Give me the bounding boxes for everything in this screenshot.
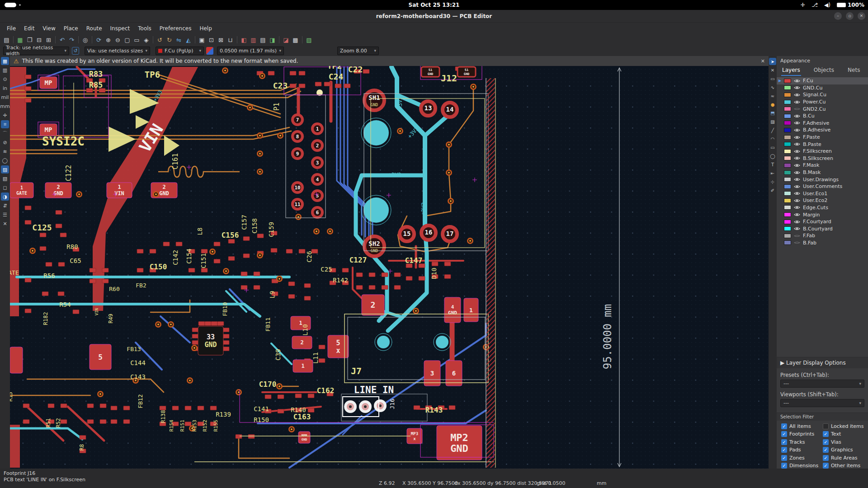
smd-pad[interactable] <box>271 249 277 253</box>
smd-pad[interactable] <box>214 242 220 246</box>
grid-size-dropdown[interactable]: 0.0500 mm (1.97 mils) ▾ <box>217 47 284 55</box>
filter-locked-items[interactable]: Locked items <box>823 423 868 429</box>
labeled-pad[interactable]: S1GND <box>458 67 476 77</box>
smd-pad[interactable] <box>25 278 31 282</box>
eye-visible-icon[interactable] <box>794 114 800 118</box>
eye-visible-icon[interactable] <box>794 79 800 83</box>
unlock-icon[interactable]: ⊔ <box>226 35 235 44</box>
smd-pad[interactable] <box>254 272 260 276</box>
smd-pad[interactable] <box>25 206 31 210</box>
draw-arc-icon[interactable]: ◠ <box>769 135 776 142</box>
smd-pad[interactable] <box>90 268 96 272</box>
silkscreen-text[interactable]: R182 <box>42 312 49 325</box>
silkscreen-text[interactable]: L8 <box>196 228 203 235</box>
smd-pad[interactable] <box>25 87 31 91</box>
smd-pad[interactable] <box>25 75 31 79</box>
smd-pad[interactable] <box>40 247 46 251</box>
silkscreen-text[interactable]: C154 <box>185 249 193 264</box>
layer-row-f-cu[interactable]: ▶ F.Cu <box>777 77 868 84</box>
active-layer-dropdown[interactable]: F.Cu (PgUp) ▾ <box>156 47 204 55</box>
smd-pad[interactable] <box>308 408 314 413</box>
draw-rectangle-icon[interactable]: ▭ <box>769 144 776 151</box>
layer-color-swatch[interactable] <box>784 198 791 203</box>
silkscreen-text[interactable]: R49 <box>108 314 114 324</box>
eye-hidden-icon[interactable] <box>794 107 800 111</box>
layer-row-f-silkscreen[interactable]: F.Silkscreen <box>777 148 868 155</box>
layer-color-swatch[interactable] <box>784 128 791 132</box>
layer-color-swatch[interactable] <box>784 135 791 140</box>
smd-pad[interactable] <box>335 84 341 88</box>
smd-pad[interactable] <box>288 282 295 286</box>
smd-pad[interactable] <box>223 347 229 351</box>
menu-preferences[interactable]: Preferences <box>156 24 195 33</box>
minimize-button[interactable]: – <box>834 12 842 20</box>
smd-pad[interactable] <box>432 262 438 266</box>
eye-visible-icon[interactable] <box>794 191 800 196</box>
checkbox-icon[interactable]: ✓ <box>823 455 829 461</box>
eye-visible-icon[interactable] <box>794 156 800 160</box>
silkscreen-text[interactable]: C144 <box>130 359 146 366</box>
smd-pad[interactable] <box>299 71 305 75</box>
filter-tracks[interactable]: ✓Tracks <box>781 439 823 445</box>
smd-pad[interactable] <box>56 224 62 228</box>
layer-display-options[interactable]: ▶ Layer Display Options <box>777 357 868 368</box>
silkscreen-text[interactable]: R138 <box>160 410 166 423</box>
mounting-hole[interactable] <box>363 197 389 223</box>
eye-visible-icon[interactable] <box>794 212 800 217</box>
checkbox-icon[interactable]: ✓ <box>823 463 829 469</box>
menu-file[interactable]: File <box>4 24 19 33</box>
silkscreen-text[interactable]: R83 <box>89 70 103 79</box>
silkscreen-text[interactable]: C143 <box>130 373 146 380</box>
menu-help[interactable]: Help <box>196 24 215 33</box>
smd-pad[interactable] <box>236 435 242 439</box>
smd-pad[interactable] <box>254 286 260 290</box>
filter-zones[interactable]: ✓Zones <box>781 455 823 461</box>
labeled-pad[interactable]: 1 <box>464 298 478 322</box>
silkscreen-text[interactable]: C162 <box>317 386 335 395</box>
plugins-icon[interactable]: ▧ <box>304 35 314 44</box>
drc-icon[interactable]: ◨ <box>268 35 277 44</box>
smd-pad[interactable] <box>73 310 79 314</box>
tab-objects[interactable]: Objects <box>813 66 835 76</box>
pad-display-icon[interactable]: ◻ <box>1 183 9 192</box>
labeled-pad[interactable]: 3 <box>424 361 440 386</box>
silkscreen-text[interactable]: R153 <box>192 420 198 432</box>
smd-pad[interactable] <box>228 239 235 244</box>
mounting-hole[interactable] <box>436 336 448 348</box>
labeled-pad[interactable] <box>10 347 23 373</box>
smd-pad[interactable] <box>319 345 325 349</box>
labeled-pad[interactable]: MP <box>40 77 57 89</box>
silkscreen-text[interactable]: ATE <box>10 269 19 276</box>
smd-pad[interactable] <box>87 404 94 408</box>
silkscreen-text[interactable]: +3V3 <box>388 172 401 178</box>
silkscreen-text[interactable]: C127 <box>349 256 367 264</box>
layer-row-gnd2-cu[interactable]: GND2.Cu <box>777 105 868 113</box>
layer-color-swatch[interactable] <box>784 121 791 125</box>
add-dimension-icon[interactable]: ⇤ <box>769 169 776 177</box>
circle-pad[interactable]: 3 <box>312 158 322 168</box>
smd-pad[interactable] <box>444 275 451 279</box>
silkscreen-text[interactable]: C39 <box>274 349 282 360</box>
print-icon[interactable]: ⊟ <box>34 35 44 44</box>
checkbox-icon[interactable]: ✓ <box>823 447 829 453</box>
layer-row-power-cu[interactable]: Power.Cu <box>777 99 868 106</box>
layer-row-user-eco1[interactable]: User.Eco1 <box>777 190 868 197</box>
circle-pad[interactable]: 4 <box>312 174 322 184</box>
layer-row-user-drawings[interactable]: User.Drawings <box>777 176 868 183</box>
3d-viewer-icon[interactable]: ◪ <box>281 35 291 44</box>
silkscreen-text[interactable]: C156 <box>222 231 239 239</box>
silkscreen-text[interactable]: C170 <box>259 380 277 389</box>
silkscreen-text[interactable]: R139 <box>216 411 231 418</box>
menu-route[interactable]: Route <box>83 24 105 33</box>
battery-icon[interactable]: 100% <box>837 2 864 8</box>
smd-pad[interactable] <box>210 406 217 410</box>
layer-row-f-adhesive[interactable]: F.Adhesive <box>777 120 868 127</box>
layer-color-swatch[interactable] <box>784 163 791 168</box>
silkscreen-text[interactable]: C163 <box>293 413 311 421</box>
add-text-icon[interactable]: T <box>769 161 776 168</box>
silkscreen-text[interactable]: FB10 <box>222 302 228 316</box>
grid-origin-icon[interactable]: ⊹ <box>769 178 776 185</box>
rotate-cw-icon[interactable]: ↻ <box>165 35 174 44</box>
checkbox-icon[interactable]: ✓ <box>781 447 787 453</box>
labeled-pad[interactable]: 2 <box>362 295 384 315</box>
